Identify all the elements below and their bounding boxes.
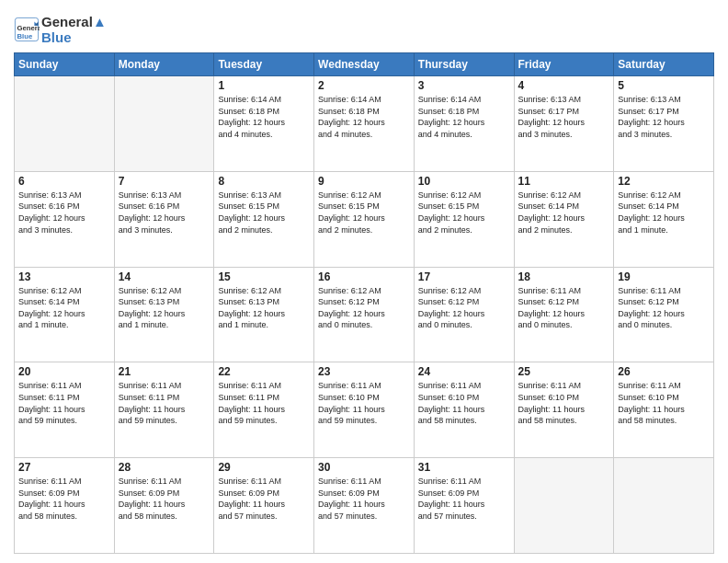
day-number: 22 <box>218 365 310 378</box>
day-info: Sunrise: 6:11 AM Sunset: 6:10 PM Dayligh… <box>618 380 710 426</box>
day-number: 21 <box>119 365 210 378</box>
day-info: Sunrise: 6:11 AM Sunset: 6:12 PM Dayligh… <box>618 285 710 331</box>
day-number: 19 <box>618 270 710 283</box>
calendar-cell <box>114 76 214 172</box>
calendar-cell: 28Sunrise: 6:11 AM Sunset: 6:09 PM Dayli… <box>114 458 214 554</box>
day-info: Sunrise: 6:11 AM Sunset: 6:09 PM Dayligh… <box>119 476 210 522</box>
day-number: 20 <box>18 365 110 378</box>
day-number: 30 <box>318 461 410 474</box>
day-info: Sunrise: 6:12 AM Sunset: 6:15 PM Dayligh… <box>318 190 410 236</box>
day-number: 9 <box>318 175 410 188</box>
day-number: 1 <box>218 79 310 92</box>
calendar-cell: 29Sunrise: 6:11 AM Sunset: 6:09 PM Dayli… <box>214 458 314 554</box>
svg-text:Blue: Blue <box>17 32 33 40</box>
day-info: Sunrise: 6:12 AM Sunset: 6:14 PM Dayligh… <box>618 190 710 236</box>
day-info: Sunrise: 6:11 AM Sunset: 6:09 PM Dayligh… <box>218 476 310 522</box>
calendar-cell: 7Sunrise: 6:13 AM Sunset: 6:16 PM Daylig… <box>114 171 214 267</box>
day-number: 25 <box>518 365 610 378</box>
weekday-header-friday: Friday <box>514 53 614 76</box>
day-number: 6 <box>18 175 110 188</box>
day-number: 2 <box>318 79 410 92</box>
day-info: Sunrise: 6:13 AM Sunset: 6:15 PM Dayligh… <box>218 190 310 236</box>
day-number: 8 <box>218 175 310 188</box>
calendar-cell: 21Sunrise: 6:11 AM Sunset: 6:11 PM Dayli… <box>114 362 214 458</box>
day-number: 27 <box>18 461 110 474</box>
day-number: 15 <box>218 270 310 283</box>
calendar-cell: 25Sunrise: 6:11 AM Sunset: 6:10 PM Dayli… <box>514 362 614 458</box>
day-info: Sunrise: 6:14 AM Sunset: 6:18 PM Dayligh… <box>318 94 410 140</box>
day-info: Sunrise: 6:14 AM Sunset: 6:18 PM Dayligh… <box>418 94 510 140</box>
calendar-cell: 19Sunrise: 6:11 AM Sunset: 6:12 PM Dayli… <box>614 267 714 362</box>
weekday-header-wednesday: Wednesday <box>314 53 415 76</box>
weekday-header-thursday: Thursday <box>414 53 514 76</box>
calendar-cell: 24Sunrise: 6:11 AM Sunset: 6:10 PM Dayli… <box>414 362 514 458</box>
day-number: 23 <box>318 365 410 378</box>
calendar-cell: 8Sunrise: 6:13 AM Sunset: 6:15 PM Daylig… <box>214 171 314 267</box>
page: General Blue General▲ Blue SundayMondayT… <box>0 0 728 563</box>
calendar-week-5: 27Sunrise: 6:11 AM Sunset: 6:09 PM Dayli… <box>15 458 714 554</box>
calendar-cell: 30Sunrise: 6:11 AM Sunset: 6:09 PM Dayli… <box>314 458 415 554</box>
day-number: 28 <box>119 461 210 474</box>
day-info: Sunrise: 6:11 AM Sunset: 6:10 PM Dayligh… <box>518 380 610 426</box>
day-info: Sunrise: 6:11 AM Sunset: 6:09 PM Dayligh… <box>418 476 510 522</box>
header: General Blue General▲ Blue <box>14 9 714 45</box>
calendar-cell: 18Sunrise: 6:11 AM Sunset: 6:12 PM Dayli… <box>514 267 614 362</box>
day-number: 26 <box>618 365 710 378</box>
calendar-header-row: SundayMondayTuesdayWednesdayThursdayFrid… <box>15 53 714 76</box>
calendar-cell: 23Sunrise: 6:11 AM Sunset: 6:10 PM Dayli… <box>314 362 415 458</box>
day-number: 29 <box>218 461 310 474</box>
day-info: Sunrise: 6:13 AM Sunset: 6:16 PM Dayligh… <box>119 190 210 236</box>
day-info: Sunrise: 6:11 AM Sunset: 6:10 PM Dayligh… <box>318 380 410 426</box>
calendar-cell: 22Sunrise: 6:11 AM Sunset: 6:11 PM Dayli… <box>214 362 314 458</box>
calendar-cell: 15Sunrise: 6:12 AM Sunset: 6:13 PM Dayli… <box>214 267 314 362</box>
day-info: Sunrise: 6:13 AM Sunset: 6:16 PM Dayligh… <box>18 190 110 236</box>
day-number: 14 <box>119 270 210 283</box>
calendar-cell: 14Sunrise: 6:12 AM Sunset: 6:13 PM Dayli… <box>114 267 214 362</box>
logo: General Blue General▲ Blue <box>14 14 107 45</box>
day-number: 5 <box>618 79 710 92</box>
day-info: Sunrise: 6:11 AM Sunset: 6:12 PM Dayligh… <box>518 285 610 331</box>
calendar-week-4: 20Sunrise: 6:11 AM Sunset: 6:11 PM Dayli… <box>15 362 714 458</box>
day-info: Sunrise: 6:12 AM Sunset: 6:13 PM Dayligh… <box>218 285 310 331</box>
day-number: 24 <box>418 365 510 378</box>
day-info: Sunrise: 6:12 AM Sunset: 6:14 PM Dayligh… <box>518 190 610 236</box>
calendar-cell: 16Sunrise: 6:12 AM Sunset: 6:12 PM Dayli… <box>314 267 415 362</box>
calendar-cell: 9Sunrise: 6:12 AM Sunset: 6:15 PM Daylig… <box>314 171 415 267</box>
day-number: 18 <box>518 270 610 283</box>
calendar-cell: 1Sunrise: 6:14 AM Sunset: 6:18 PM Daylig… <box>214 76 314 172</box>
day-number: 12 <box>618 175 710 188</box>
day-number: 16 <box>318 270 410 283</box>
calendar-cell: 10Sunrise: 6:12 AM Sunset: 6:15 PM Dayli… <box>414 171 514 267</box>
calendar-cell: 13Sunrise: 6:12 AM Sunset: 6:14 PM Dayli… <box>15 267 115 362</box>
day-info: Sunrise: 6:11 AM Sunset: 6:09 PM Dayligh… <box>18 476 110 522</box>
calendar-cell: 26Sunrise: 6:11 AM Sunset: 6:10 PM Dayli… <box>614 362 714 458</box>
day-number: 3 <box>418 79 510 92</box>
calendar-cell: 11Sunrise: 6:12 AM Sunset: 6:14 PM Dayli… <box>514 171 614 267</box>
day-info: Sunrise: 6:11 AM Sunset: 6:11 PM Dayligh… <box>218 380 310 426</box>
day-number: 11 <box>518 175 610 188</box>
day-number: 31 <box>418 461 510 474</box>
day-info: Sunrise: 6:13 AM Sunset: 6:17 PM Dayligh… <box>618 94 710 140</box>
calendar-cell: 6Sunrise: 6:13 AM Sunset: 6:16 PM Daylig… <box>15 171 115 267</box>
day-info: Sunrise: 6:12 AM Sunset: 6:12 PM Dayligh… <box>418 285 510 331</box>
day-info: Sunrise: 6:11 AM Sunset: 6:10 PM Dayligh… <box>418 380 510 426</box>
calendar-cell <box>514 458 614 554</box>
day-info: Sunrise: 6:12 AM Sunset: 6:14 PM Dayligh… <box>18 285 110 331</box>
day-info: Sunrise: 6:11 AM Sunset: 6:09 PM Dayligh… <box>318 476 410 522</box>
day-number: 17 <box>418 270 510 283</box>
day-info: Sunrise: 6:14 AM Sunset: 6:18 PM Dayligh… <box>218 94 310 140</box>
day-info: Sunrise: 6:11 AM Sunset: 6:11 PM Dayligh… <box>18 380 110 426</box>
calendar-week-1: 1Sunrise: 6:14 AM Sunset: 6:18 PM Daylig… <box>15 76 714 172</box>
calendar-cell <box>614 458 714 554</box>
calendar-cell: 2Sunrise: 6:14 AM Sunset: 6:18 PM Daylig… <box>314 76 415 172</box>
calendar: SundayMondayTuesdayWednesdayThursdayFrid… <box>14 52 714 554</box>
day-number: 4 <box>518 79 610 92</box>
day-number: 7 <box>119 175 210 188</box>
weekday-header-sunday: Sunday <box>15 53 115 76</box>
calendar-cell: 17Sunrise: 6:12 AM Sunset: 6:12 PM Dayli… <box>414 267 514 362</box>
day-number: 10 <box>418 175 510 188</box>
calendar-week-2: 6Sunrise: 6:13 AM Sunset: 6:16 PM Daylig… <box>15 171 714 267</box>
weekday-header-saturday: Saturday <box>614 53 714 76</box>
day-info: Sunrise: 6:12 AM Sunset: 6:13 PM Dayligh… <box>119 285 210 331</box>
logo-text: General▲ Blue <box>41 14 107 45</box>
